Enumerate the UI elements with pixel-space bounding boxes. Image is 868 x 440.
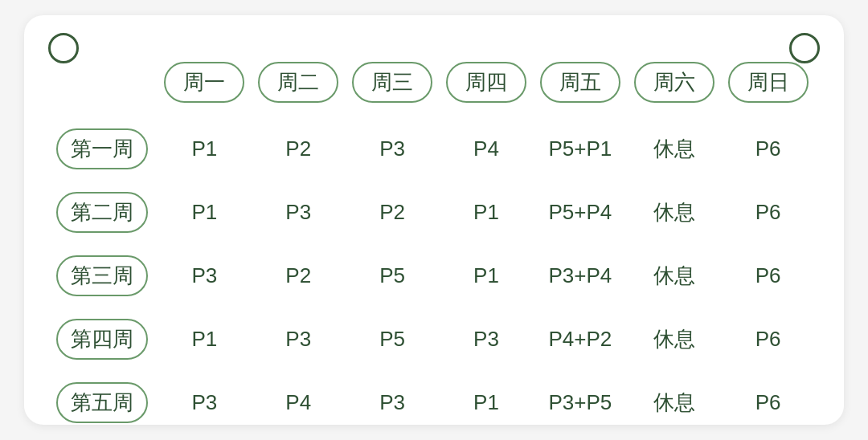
table-row: 第三周P3P2P5P1P3+P4休息P6 [53,244,815,308]
header-sun: 周日 [721,54,815,117]
cell-sun-week5: P6 [721,371,815,434]
cell-mon-week3: P3 [158,244,252,308]
header-wed: 周三 [346,54,440,117]
header-sat: 周六 [627,54,721,117]
header-fri: 周五 [533,54,627,117]
cell-fri-week3: P3+P4 [533,244,627,308]
cell-sat-week5: 休息 [627,371,721,434]
cell-mon-week1: P1 [158,117,252,181]
table-body: 第一周P1P2P3P4P5+P1休息P6第二周P1P3P2P1P5+P4休息P6… [53,117,815,434]
cell-week-week5: 第五周 [53,371,158,434]
cell-fri-week2: P5+P4 [533,181,627,244]
cell-thu-week1: P4 [440,117,534,181]
cell-mon-week4: P1 [158,308,252,371]
schedule-card: 周一 周二 周三 周四 周五 周六 周日 第一周P1P2P3P4P5+P1休息P… [24,15,844,425]
cell-sun-week3: P6 [721,244,815,308]
cell-tue-week4: P3 [252,308,346,371]
cell-sun-week1: P6 [721,117,815,181]
cell-mon-week2: P1 [158,181,252,244]
header-mon: 周一 [158,54,252,117]
circle-decoration-left [48,33,79,63]
cell-sat-week1: 休息 [627,117,721,181]
cell-thu-week5: P1 [440,371,534,434]
cell-sat-week3: 休息 [627,244,721,308]
cell-sat-week2: 休息 [627,181,721,244]
table-row: 第五周P3P4P3P1P3+P5休息P6 [53,371,815,434]
circle-decoration-right [789,33,820,63]
cell-sun-week4: P6 [721,308,815,371]
cell-sat-week4: 休息 [627,308,721,371]
cell-week-week2: 第二周 [53,181,158,244]
cell-week-week1: 第一周 [53,117,158,181]
schedule-table: 周一 周二 周三 周四 周五 周六 周日 第一周P1P2P3P4P5+P1休息P… [53,54,815,434]
cell-week-week4: 第四周 [53,308,158,371]
table-row: 第四周P1P3P5P3P4+P2休息P6 [53,308,815,371]
cell-wed-week1: P3 [346,117,440,181]
cell-fri-week5: P3+P5 [533,371,627,434]
cell-week-week3: 第三周 [53,244,158,308]
header-row: 周一 周二 周三 周四 周五 周六 周日 [53,54,815,117]
cell-tue-week3: P2 [252,244,346,308]
cell-thu-week2: P1 [440,181,534,244]
cell-sun-week2: P6 [721,181,815,244]
cell-fri-week4: P4+P2 [533,308,627,371]
header-thu: 周四 [440,54,534,117]
cell-thu-week4: P3 [440,308,534,371]
table-row: 第一周P1P2P3P4P5+P1休息P6 [53,117,815,181]
header-tue: 周二 [252,54,346,117]
table-row: 第二周P1P3P2P1P5+P4休息P6 [53,181,815,244]
cell-mon-week5: P3 [158,371,252,434]
cell-tue-week5: P4 [252,371,346,434]
cell-tue-week2: P3 [252,181,346,244]
cell-fri-week1: P5+P1 [533,117,627,181]
cell-tue-week1: P2 [252,117,346,181]
cell-wed-week4: P5 [346,308,440,371]
empty-header [53,54,158,117]
cell-thu-week3: P1 [440,244,534,308]
cell-wed-week3: P5 [346,244,440,308]
cell-wed-week2: P2 [346,181,440,244]
cell-wed-week5: P3 [346,371,440,434]
